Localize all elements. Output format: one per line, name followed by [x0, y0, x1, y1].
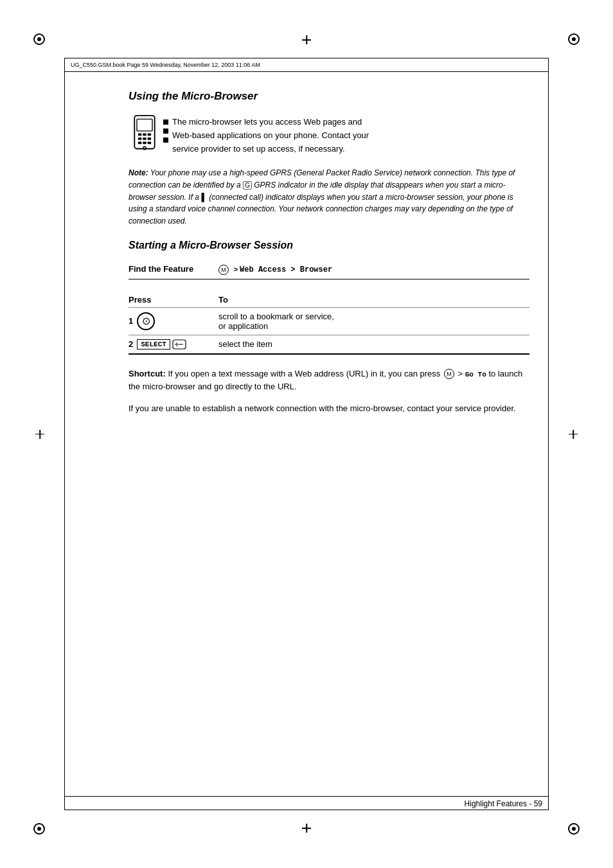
shortcut-menu-icon: M	[444, 369, 454, 379]
svg-rect-7	[148, 137, 152, 140]
step1-press: 1 ⊙	[129, 307, 218, 335]
shortcut-para: Shortcut: If you open a text message wit…	[129, 368, 529, 393]
cross-mark-left	[35, 430, 44, 439]
shortcut-text1: If you open a text message with a Web ad…	[166, 369, 443, 378]
footer-bar: Highlight Features - 59	[64, 796, 549, 810]
note-label: Note:	[129, 168, 148, 177]
bullet-sq-2	[163, 128, 168, 134]
svg-rect-10	[148, 141, 152, 144]
section1-title: Using the Micro-Browser	[129, 90, 529, 103]
svg-rect-8	[138, 141, 142, 144]
border-left	[64, 58, 65, 810]
bullet-sq-1	[163, 120, 168, 125]
find-feature-path: M > Web Access > Browser	[218, 260, 529, 279]
cross-mark-top	[302, 35, 311, 44]
reg-mark-bl	[33, 823, 45, 835]
step2-press: 2 SELECT	[129, 335, 218, 354]
gprs-indicator: G	[243, 181, 252, 190]
closing-para: If you are unable to establish a network…	[129, 402, 529, 416]
bullet-sq-3	[163, 137, 168, 143]
intro-text: The micro-browser lets you access Web pa…	[172, 113, 529, 155]
step-row-1: 1 ⊙ scroll to a bookmark or service,or a…	[129, 307, 529, 335]
menu-icon: M	[218, 265, 229, 275]
intro-section: The micro-browser lets you access Web pa…	[129, 113, 529, 155]
note-section: Note: Your phone may use a high-speed GP…	[129, 167, 529, 227]
cross-mark-right	[569, 430, 578, 439]
border-right	[548, 58, 549, 810]
step-row-2: 2 SELECT select the item	[129, 335, 529, 354]
step1-num: 1	[129, 316, 133, 326]
footer-text: Highlight Features - 59	[465, 799, 542, 808]
connected-indicator: ▌	[201, 193, 207, 202]
header-text: UG_C550.GSM.book Page 59 Wednesday, Nove…	[71, 62, 260, 68]
closing-text: If you are unable to establish a network…	[129, 403, 516, 413]
phone-icon-box	[129, 113, 163, 143]
content-area: Using the Micro-Browser	[129, 84, 529, 784]
cross-mark-bottom	[302, 824, 311, 833]
steps-table: Press To 1 ⊙ scroll to	[129, 292, 529, 355]
find-path-text: > Web Access > Browser	[234, 265, 333, 274]
svg-rect-9	[143, 141, 147, 144]
press-header: Press	[129, 292, 218, 308]
shortcut-text2: >	[456, 369, 465, 378]
header-bar: UG_C550.GSM.book Page 59 Wednesday, Nove…	[64, 58, 549, 72]
reg-mark-tr	[568, 33, 580, 45]
svg-rect-1	[137, 119, 152, 130]
reg-mark-tl	[33, 33, 45, 45]
scroll-icon: ⊙	[137, 312, 155, 330]
shortcut-goto: Go To	[465, 371, 486, 378]
step2-action: select the item	[218, 335, 529, 354]
step1-action: scroll to a bookmark or service,or appli…	[218, 307, 529, 335]
phone-icon	[129, 114, 161, 153]
find-feature-label: Find the Feature	[129, 260, 218, 279]
svg-rect-5	[138, 137, 142, 140]
svg-rect-3	[143, 134, 147, 136]
select-paren	[172, 339, 186, 350]
select-button[interactable]: SELECT	[137, 339, 170, 350]
to-header: To	[218, 292, 529, 308]
feature-table: Find the Feature M > Web Access > Browse…	[129, 260, 529, 279]
select-icon	[172, 339, 186, 350]
shortcut-label: Shortcut:	[129, 369, 166, 378]
step2-num: 2	[129, 339, 133, 349]
svg-rect-2	[138, 134, 142, 136]
reg-mark-br	[568, 823, 580, 835]
svg-rect-4	[148, 134, 152, 136]
note-text: Your phone may use a high-speed GPRS (Ge…	[129, 168, 515, 225]
section2-title: Starting a Micro-Browser Session	[129, 240, 529, 251]
svg-rect-6	[143, 137, 147, 140]
